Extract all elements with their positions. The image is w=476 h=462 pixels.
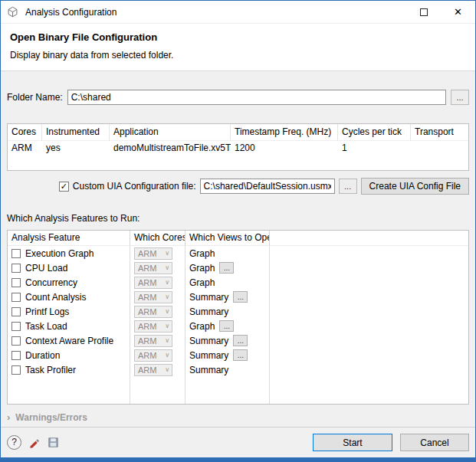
close-button[interactable]: ✕ bbox=[441, 1, 475, 23]
custom-uia-checkbox[interactable]: ✓ bbox=[59, 182, 69, 192]
feature-row[interactable]: Count Analysis bbox=[8, 290, 130, 304]
warnings-errors-expander[interactable]: › Warnings/Errors bbox=[7, 411, 469, 423]
wizard-header: Open Binary File Configuration Display b… bbox=[1, 24, 475, 71]
uia-browse-button[interactable]: ... bbox=[339, 179, 357, 194]
column-header-instrumented[interactable]: Instrumented bbox=[42, 124, 110, 141]
feature-checkbox[interactable] bbox=[11, 336, 21, 346]
feature-row[interactable]: Printf Logs bbox=[8, 304, 130, 319]
view-label: Summary bbox=[189, 306, 228, 317]
toolbar-pen-button[interactable] bbox=[28, 436, 41, 449]
chevron-down-icon: ∨ bbox=[165, 366, 169, 373]
chevron-down-icon: ∨ bbox=[165, 323, 169, 329]
close-icon: ✕ bbox=[454, 6, 462, 18]
analysis-features-table: Analysis Feature Which Cores Which Views… bbox=[7, 230, 469, 405]
feature-row[interactable]: Context Aware Profile bbox=[8, 333, 130, 348]
feature-row[interactable]: Duration bbox=[8, 348, 130, 362]
column-header-cores[interactable]: Cores bbox=[8, 124, 42, 141]
uia-config-file-input[interactable] bbox=[200, 179, 335, 194]
column-header-which-views[interactable]: Which Views to Open bbox=[185, 231, 270, 246]
features-table-empty-area bbox=[8, 377, 130, 404]
feature-checkbox[interactable] bbox=[11, 307, 21, 316]
start-button[interactable]: Start bbox=[313, 434, 392, 451]
chevron-down-icon: ∨ bbox=[165, 250, 169, 257]
feature-label: Concurrency bbox=[25, 277, 77, 288]
view-label: Graph bbox=[189, 277, 215, 288]
folder-name-input[interactable] bbox=[67, 90, 446, 105]
cores-dropdown[interactable]: ARM∨ bbox=[134, 291, 172, 303]
cores-dropdown[interactable]: ARM∨ bbox=[134, 335, 172, 347]
cell-timestamp-freq[interactable]: 1200 bbox=[231, 141, 338, 156]
column-header-filler bbox=[270, 231, 468, 246]
view-options-button[interactable]: ... bbox=[233, 349, 248, 361]
cores-dropdown[interactable]: ARM∨ bbox=[134, 247, 172, 260]
feature-label: Context Aware Profile bbox=[25, 336, 113, 346]
cores-dropdown[interactable]: ARM∨ bbox=[134, 320, 172, 333]
feature-label: Printf Logs bbox=[25, 306, 69, 317]
action-buttons: Start Cancel bbox=[313, 434, 469, 451]
help-button[interactable]: ? bbox=[7, 435, 21, 450]
view-options-button[interactable]: ... bbox=[233, 335, 248, 346]
view-label: Summary bbox=[189, 350, 228, 361]
feature-row[interactable]: Task Load bbox=[8, 319, 130, 333]
column-header-analysis-feature[interactable]: Analysis Feature bbox=[8, 231, 130, 246]
cores-dropdown[interactable]: ARM∨ bbox=[134, 277, 172, 289]
cell-instrumented[interactable]: yes bbox=[42, 141, 110, 156]
feature-row[interactable]: Execution Graph bbox=[8, 246, 130, 260]
cores-dropdown[interactable]: ARM∨ bbox=[134, 349, 172, 362]
chevron-down-icon: ∨ bbox=[165, 279, 169, 286]
chevron-down-icon: ∨ bbox=[165, 352, 169, 359]
folder-name-row: Folder Name: ... bbox=[7, 90, 469, 105]
feature-row[interactable]: Concurrency bbox=[8, 275, 130, 290]
feature-checkbox[interactable] bbox=[11, 264, 21, 273]
page-title: Open Binary File Configuration bbox=[10, 31, 466, 43]
warnings-errors-label: Warnings/Errors bbox=[15, 412, 87, 423]
expander-arrow-icon: › bbox=[7, 411, 10, 423]
feature-checkbox[interactable] bbox=[11, 249, 21, 258]
column-header-transport[interactable]: Transport bbox=[411, 124, 468, 141]
feature-checkbox[interactable] bbox=[11, 322, 21, 331]
cores-dropdown[interactable]: ARM∨ bbox=[134, 364, 172, 376]
view-label: Summary bbox=[189, 292, 228, 303]
dialog-footer: ? Start Cancel bbox=[1, 427, 475, 457]
chevron-down-icon: ∨ bbox=[165, 337, 169, 344]
column-header-application[interactable]: Application bbox=[110, 124, 231, 141]
view-options-button[interactable]: ... bbox=[219, 262, 234, 274]
create-uia-config-button[interactable]: Create UIA Config File bbox=[361, 178, 469, 195]
maximize-icon bbox=[420, 8, 428, 16]
feature-checkbox[interactable] bbox=[11, 293, 21, 302]
cores-dropdown[interactable]: ARM∨ bbox=[134, 306, 172, 318]
feature-row[interactable]: Task Profiler bbox=[8, 362, 130, 377]
view-label: Graph bbox=[189, 263, 215, 274]
column-header-which-cores[interactable]: Which Cores bbox=[130, 231, 185, 246]
feature-label: Duration bbox=[25, 350, 60, 361]
chevron-down-icon: ∨ bbox=[165, 308, 169, 315]
feature-row[interactable]: CPU Load bbox=[8, 260, 130, 275]
view-options-button[interactable]: ... bbox=[233, 291, 248, 303]
maximize-button[interactable] bbox=[406, 1, 441, 23]
chevron-down-icon: ∨ bbox=[165, 293, 169, 300]
view-label: Summary bbox=[189, 336, 228, 346]
cell-cores[interactable]: ARM bbox=[8, 141, 42, 156]
cell-cycles-per-tick[interactable]: 1 bbox=[338, 141, 411, 156]
custom-uia-label: Custom UIA Configuration file: bbox=[73, 181, 196, 192]
feature-label: Count Analysis bbox=[25, 292, 86, 303]
column-header-cycles-per-tick[interactable]: Cycles per tick bbox=[338, 124, 411, 141]
folder-browse-button[interactable]: ... bbox=[451, 90, 469, 105]
feature-checkbox[interactable] bbox=[11, 365, 21, 375]
view-options-button[interactable]: ... bbox=[219, 320, 234, 332]
app-icon bbox=[7, 6, 19, 18]
toolbar-save-button[interactable] bbox=[47, 436, 60, 449]
page-subtitle: Display binary data from selected folder… bbox=[10, 50, 466, 61]
view-label: Graph bbox=[189, 321, 215, 332]
analysis-configuration-dialog: Analysis Configuration ✕ Open Binary Fil… bbox=[0, 0, 476, 462]
feature-checkbox[interactable] bbox=[11, 351, 21, 360]
feature-checkbox[interactable] bbox=[11, 278, 21, 287]
cell-transport[interactable] bbox=[411, 141, 468, 156]
cores-dropdown[interactable]: ARM∨ bbox=[134, 262, 172, 274]
cores-table-empty-area bbox=[8, 156, 42, 170]
view-label: Graph bbox=[189, 248, 215, 259]
cell-application[interactable]: demoMultistreamToFile.xv5T bbox=[110, 141, 231, 156]
cancel-button[interactable]: Cancel bbox=[400, 434, 469, 451]
column-header-timestamp-freq[interactable]: Timestamp Freq. (MHz) bbox=[231, 124, 338, 141]
features-section-label: Which Analysis Features to Run: bbox=[7, 213, 469, 224]
